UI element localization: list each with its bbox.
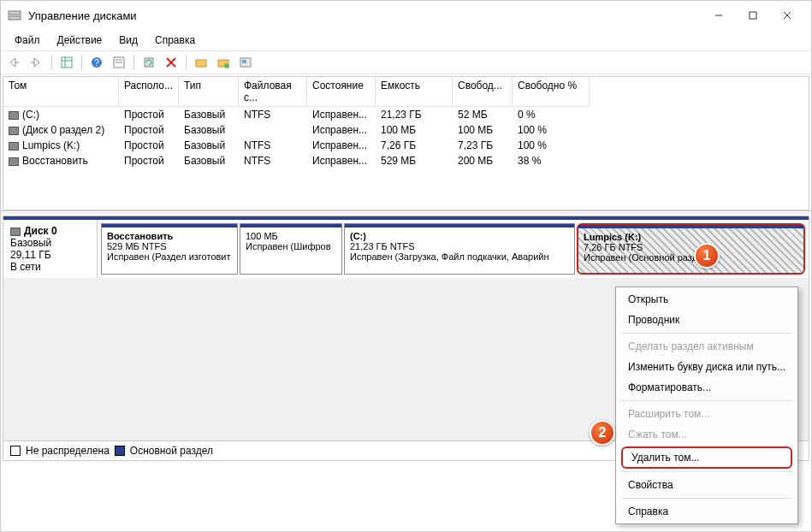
col-type[interactable]: Тип	[179, 77, 239, 107]
ctx-format[interactable]: Форматировать...	[616, 377, 797, 398]
col-fs[interactable]: Файловая с...	[239, 77, 307, 107]
settings-icon[interactable]	[235, 53, 256, 72]
volume-icon	[9, 111, 19, 120]
partition-c[interactable]: (C:) 21,23 ГБ NTFS Исправен (Загрузка, Ф…	[344, 223, 575, 275]
table-row[interactable]: Lumpics (K:) Простой Базовый NTFS Исправ…	[3, 138, 809, 153]
disk-icon	[10, 228, 21, 236]
table-row[interactable]: Восстановить Простой Базовый NTFS Исправ…	[3, 153, 809, 168]
legend-unallocated-label: Не распределена	[26, 445, 110, 457]
volume-table: Том Располо... Тип Файловая с... Состоян…	[3, 76, 809, 210]
menubar: Файл Действие Вид Справка	[1, 30, 811, 50]
properties-icon[interactable]	[109, 53, 129, 72]
table-view-icon[interactable]	[56, 53, 77, 72]
svg-marker-8	[34, 58, 39, 67]
new-folder-icon[interactable]	[191, 53, 211, 72]
maximize-button[interactable]	[736, 3, 770, 27]
table-header: Том Располо... Тип Файловая с... Состоян…	[3, 77, 809, 107]
refresh-icon[interactable]	[139, 53, 159, 72]
ctx-properties[interactable]: Свойства	[616, 475, 797, 495]
svg-rect-0	[9, 11, 21, 15]
toolbar: ?	[1, 50, 811, 74]
svg-point-23	[224, 63, 229, 68]
ctx-mark-active: Сделать раздел активным	[616, 336, 797, 357]
window-title: Управление дисками	[28, 9, 702, 22]
annotation-badge-1: 1	[694, 243, 720, 269]
action-icon[interactable]	[213, 53, 234, 72]
svg-rect-3	[750, 12, 756, 19]
ctx-open[interactable]: Открыть	[616, 289, 797, 310]
ctx-extend-volume: Расширить том...	[616, 404, 797, 424]
svg-text:?: ?	[94, 58, 99, 68]
table-row[interactable]: (Диск 0 раздел 2) Простой Базовый Исправ…	[3, 122, 809, 138]
disk-info[interactable]: Диск 0 Базовый 29,11 ГБ В сети	[3, 220, 98, 278]
annotation-badge-2: 2	[590, 420, 615, 446]
svg-rect-25	[242, 60, 246, 63]
partition-lumpics-selected[interactable]: Lumpics (K:) 7,26 ГБ NTFS Исправен (Осно…	[577, 223, 805, 275]
svg-rect-1	[9, 16, 21, 20]
col-layout[interactable]: Располо...	[119, 77, 179, 107]
help-icon[interactable]: ?	[86, 53, 107, 72]
context-menu: Открыть Проводник Сделать раздел активны…	[615, 287, 798, 524]
minimize-button[interactable]	[702, 3, 736, 27]
menu-help[interactable]: Справка	[148, 32, 202, 49]
col-free[interactable]: Свобод...	[453, 77, 513, 107]
titlebar: Управление дисками	[1, 1, 811, 30]
legend-primary-swatch	[115, 446, 125, 456]
partition-efi[interactable]: 100 МБ Исправен (Шифров	[240, 223, 342, 275]
ctx-help[interactable]: Справка	[616, 501, 797, 522]
ctx-delete-volume[interactable]: Удалить том...	[621, 446, 792, 469]
col-capacity[interactable]: Емкость	[376, 77, 453, 107]
menu-view[interactable]: Вид	[112, 32, 145, 49]
ctx-explorer[interactable]: Проводник	[616, 310, 797, 330]
ctx-shrink-volume: Сжать том...	[616, 424, 797, 445]
app-icon	[8, 9, 21, 22]
volume-icon	[9, 157, 19, 166]
legend-unallocated-swatch	[10, 446, 21, 456]
table-row[interactable]: (C:) Простой Базовый NTFS Исправен... 21…	[3, 107, 809, 122]
forward-icon[interactable]	[27, 53, 47, 72]
svg-rect-10	[62, 57, 72, 68]
back-icon[interactable]	[4, 53, 25, 72]
partition-recovery[interactable]: Восстановить 529 МБ NTFS Исправен (Разде…	[101, 223, 238, 275]
volume-icon	[9, 127, 19, 135]
legend-primary-label: Основной раздел	[130, 445, 213, 457]
svg-rect-21	[196, 60, 206, 67]
ctx-change-letter[interactable]: Изменить букву диска или путь...	[616, 357, 797, 377]
menu-file[interactable]: Файл	[8, 32, 47, 49]
col-status[interactable]: Состояние	[307, 77, 376, 107]
svg-marker-6	[10, 58, 15, 67]
close-button[interactable]	[770, 3, 804, 27]
menu-action[interactable]: Действие	[50, 32, 110, 49]
col-freep[interactable]: Свободно %	[513, 77, 590, 107]
volume-icon	[9, 142, 19, 151]
delete-icon[interactable]	[161, 53, 181, 72]
col-volume[interactable]: Том	[3, 77, 119, 107]
table-body: (C:) Простой Базовый NTFS Исправен... 21…	[3, 107, 809, 210]
